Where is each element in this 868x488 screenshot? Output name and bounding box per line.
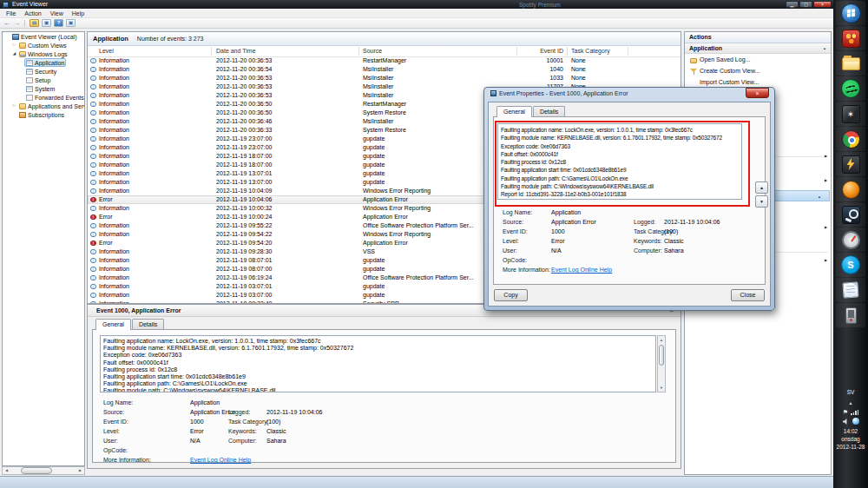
collapse-icon[interactable]: ▲ <box>818 195 821 199</box>
actions-submenu-arrow[interactable]: ▶ <box>825 225 827 229</box>
minimize-button[interactable]: ▁ <box>786 1 799 8</box>
description-scrollbar[interactable]: ▲ ▼ <box>657 335 666 392</box>
previous-event-button[interactable]: ▲ <box>755 181 768 194</box>
action-center-flag-icon[interactable]: ⚑ <box>843 409 848 415</box>
scroll-left-icon[interactable]: ◀ <box>3 467 10 474</box>
scroll-down-icon[interactable]: ▼ <box>658 384 665 392</box>
forward-icon[interactable]: → <box>13 20 20 27</box>
actions-section-application[interactable]: Application ▲ <box>685 43 831 54</box>
weather-tray-icon[interactable] <box>852 418 859 425</box>
menu-file[interactable]: File <box>2 10 20 16</box>
cell-level: Information <box>99 101 129 107</box>
error-level-icon: ! <box>90 214 96 221</box>
scroll-right-icon[interactable]: ▶ <box>76 467 84 474</box>
dialog-titlebar[interactable]: Event Properties - Event 1000, Applicati… <box>484 88 774 102</box>
dialog-title-row: Event Properties - Event 1000, Applicati… <box>490 90 628 96</box>
tab-general[interactable]: General <box>95 319 131 330</box>
tab-details[interactable]: Details <box>132 319 164 329</box>
scroll-up-icon[interactable]: ▲ <box>658 336 665 344</box>
action-label: Create Custom View... <box>700 68 760 74</box>
tree-item-applications-and-services-lo[interactable]: ▷Applications and Services Lo <box>3 102 84 110</box>
language-indicator[interactable]: SV <box>833 389 868 395</box>
clock-date[interactable]: 2012-11-28 <box>833 443 868 451</box>
network-icon[interactable] <box>851 410 858 416</box>
spotify-icon[interactable] <box>836 76 865 101</box>
event-log-online-help-link[interactable]: Event Log Online Help <box>551 267 612 273</box>
copy-button[interactable]: Copy <box>494 289 528 301</box>
game-crystal-icon[interactable]: ✶ <box>836 102 865 126</box>
tree-item-custom-views[interactable]: ▷Custom Views <box>3 41 84 49</box>
start-button[interactable] <box>836 1 865 25</box>
actions-submenu-arrow[interactable]: ▶ <box>825 154 827 158</box>
chrome-icon[interactable] <box>836 127 865 151</box>
field-label: Level: <box>503 238 519 244</box>
phone-app-icon[interactable] <box>836 303 865 327</box>
skype-icon[interactable]: S <box>836 253 865 277</box>
event-row[interactable]: iInformation2012-11-20 00:36:54MsiInstal… <box>88 65 681 74</box>
close-button[interactable]: Close <box>731 289 765 301</box>
column-separator[interactable] <box>516 47 517 56</box>
event-description-box[interactable]: Faulting application name: LockOn.exe, v… <box>497 123 742 200</box>
show-action-pane-icon[interactable]: ▣ <box>66 19 76 27</box>
tree-item-label: Application <box>35 60 64 66</box>
tree-item-security[interactable]: Security <box>3 67 84 76</box>
column-header-task-category[interactable]: Task Category <box>571 48 610 54</box>
event-row[interactable]: iInformation2012-11-20 00:36:53MsiInstal… <box>88 74 681 82</box>
steam-icon[interactable] <box>836 202 865 227</box>
clock-time[interactable]: 14:02 <box>833 427 868 435</box>
tree-item-windows-logs[interactable]: ◢Windows Logs <box>3 49 84 58</box>
red-app-icon[interactable] <box>836 26 865 50</box>
clock-day[interactable]: onsdag <box>833 435 868 443</box>
tab-general[interactable]: General <box>496 106 532 117</box>
maximize-button[interactable]: ▢ <box>799 1 812 8</box>
tree-item-subscriptions[interactable]: Subscriptions <box>3 110 84 119</box>
collapse-icon[interactable]: ▲ <box>823 46 826 50</box>
windows-explorer-icon[interactable] <box>836 51 865 76</box>
column-separator[interactable] <box>628 47 628 56</box>
export-icon[interactable]: ▤ <box>30 19 39 27</box>
menu-help[interactable]: Help <box>68 10 89 16</box>
column-header-date-and-time[interactable]: Date and Time <box>216 48 256 54</box>
scrollbar-track[interactable] <box>10 467 76 474</box>
column-header-source[interactable]: Source <box>363 48 382 54</box>
tree-item-event-viewer-local[interactable]: Event Viewer (Local) <box>3 32 84 41</box>
help-icon[interactable]: ? <box>54 19 63 27</box>
event-row[interactable]: iInformation2012-11-20 00:36:53RestartMa… <box>88 56 681 65</box>
column-separator[interactable] <box>358 47 359 56</box>
event-description-box[interactable]: Faulting application name: LockOn.exe, v… <box>100 335 656 392</box>
volume-icon[interactable] <box>843 419 850 425</box>
column-header-event-id[interactable]: Event ID <box>522 48 563 54</box>
preview-tabs: General Details <box>95 319 164 330</box>
column-separator[interactable] <box>211 47 212 56</box>
event-log-online-help-link[interactable]: Event Log Online Help <box>190 457 251 463</box>
cell-datetime: 2012-11-19 10:04:06 <box>216 196 272 202</box>
back-icon[interactable]: ← <box>3 20 10 27</box>
cell-source: MsiInstaller <box>363 75 393 81</box>
gauge-app-icon[interactable] <box>836 228 865 252</box>
action-create-custom-view[interactable]: Create Custom View... <box>685 65 831 76</box>
tree-item-system[interactable]: System <box>3 84 84 93</box>
tree-horizontal-scrollbar[interactable]: ◀ ▶ <box>2 466 85 475</box>
action-open-saved-log[interactable]: Open Saved Log... <box>685 54 831 65</box>
cell-level: Information <box>99 135 129 142</box>
notes-app-icon[interactable] <box>836 278 865 302</box>
tree-item-setup[interactable]: Setup <box>3 76 84 84</box>
show-console-tree-icon[interactable]: ▣ <box>42 19 51 27</box>
winamp-icon[interactable] <box>836 152 865 176</box>
scrollbar-thumb[interactable] <box>21 467 52 474</box>
scrollbar-thumb[interactable] <box>659 345 664 366</box>
tab-details[interactable]: Details <box>533 106 565 116</box>
menu-action[interactable]: Action <box>20 10 45 16</box>
orange-app-icon[interactable] <box>836 177 865 201</box>
next-event-button[interactable]: ▼ <box>755 195 768 208</box>
dialog-close-button[interactable]: × <box>746 88 769 98</box>
tree-item-application[interactable]: Application <box>3 58 84 67</box>
show-hidden-icons-icon[interactable]: ▲ <box>849 400 853 406</box>
column-header-level[interactable]: Level <box>99 48 114 54</box>
close-button[interactable]: × <box>813 1 832 8</box>
actions-submenu-arrow[interactable]: ▶ <box>825 258 827 262</box>
menu-view[interactable]: View <box>46 10 68 16</box>
tree-item-forwarded-events[interactable]: Forwarded Events <box>3 93 84 102</box>
column-separator[interactable] <box>567 47 568 56</box>
actions-submenu-arrow[interactable]: ▶ <box>825 178 827 182</box>
